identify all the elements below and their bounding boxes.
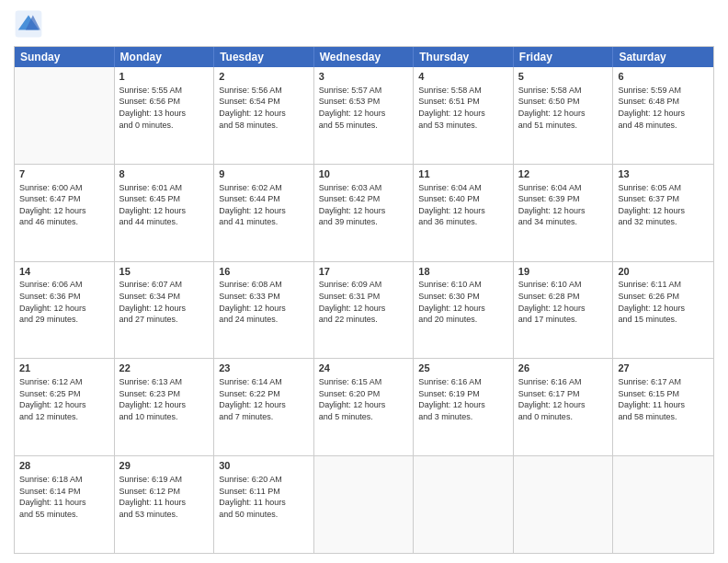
day-info: Sunrise: 6:11 AM Sunset: 6:26 PM Dayligh…	[618, 279, 709, 325]
day-info: Sunrise: 6:08 AM Sunset: 6:33 PM Dayligh…	[219, 279, 309, 325]
day-cell-29: 29Sunrise: 6:19 AM Sunset: 6:12 PM Dayli…	[115, 456, 215, 553]
day-info: Sunrise: 6:04 AM Sunset: 6:39 PM Dayligh…	[518, 182, 609, 228]
week-row-0: 1Sunrise: 5:55 AM Sunset: 6:56 PM Daylig…	[15, 67, 713, 164]
day-number: 11	[418, 167, 508, 181]
day-number: 26	[518, 362, 609, 375]
day-number: 27	[618, 362, 709, 375]
day-number: 6	[618, 70, 709, 84]
day-cell-15: 15Sunrise: 6:07 AM Sunset: 6:34 PM Dayli…	[115, 262, 215, 359]
day-info: Sunrise: 6:13 AM Sunset: 6:23 PM Dayligh…	[119, 376, 210, 422]
day-number: 23	[219, 362, 309, 375]
day-number: 1	[119, 70, 210, 84]
header-day-thursday: Thursday	[414, 47, 514, 67]
calendar-header: SundayMondayTuesdayWednesdayThursdayFrid…	[15, 47, 713, 67]
day-info: Sunrise: 6:14 AM Sunset: 6:22 PM Dayligh…	[219, 376, 309, 422]
empty-cell	[414, 456, 514, 553]
day-cell-22: 22Sunrise: 6:13 AM Sunset: 6:23 PM Dayli…	[115, 359, 215, 455]
day-cell-16: 16Sunrise: 6:08 AM Sunset: 6:33 PM Dayli…	[214, 262, 314, 359]
day-number: 22	[119, 362, 210, 375]
day-number: 19	[518, 265, 609, 279]
day-info: Sunrise: 6:10 AM Sunset: 6:30 PM Dayligh…	[418, 279, 508, 325]
day-info: Sunrise: 6:15 AM Sunset: 6:20 PM Dayligh…	[319, 376, 409, 422]
day-number: 29	[119, 459, 210, 473]
day-number: 12	[518, 167, 609, 181]
day-cell-5: 5Sunrise: 5:58 AM Sunset: 6:50 PM Daylig…	[514, 67, 614, 164]
day-info: Sunrise: 6:00 AM Sunset: 6:47 PM Dayligh…	[19, 182, 109, 228]
day-cell-23: 23Sunrise: 6:14 AM Sunset: 6:22 PM Dayli…	[214, 359, 314, 455]
day-number: 2	[219, 70, 309, 84]
day-cell-11: 11Sunrise: 6:04 AM Sunset: 6:40 PM Dayli…	[414, 165, 514, 261]
day-cell-13: 13Sunrise: 6:05 AM Sunset: 6:37 PM Dayli…	[613, 165, 713, 261]
day-cell-27: 27Sunrise: 6:17 AM Sunset: 6:15 PM Dayli…	[613, 359, 713, 455]
day-number: 30	[219, 459, 309, 473]
day-cell-7: 7Sunrise: 6:00 AM Sunset: 6:47 PM Daylig…	[15, 165, 115, 261]
week-row-1: 7Sunrise: 6:00 AM Sunset: 6:47 PM Daylig…	[15, 164, 713, 261]
day-number: 18	[418, 265, 508, 279]
day-number: 8	[119, 167, 210, 181]
day-number: 5	[518, 70, 609, 84]
day-number: 4	[418, 70, 508, 84]
day-number: 25	[418, 362, 508, 375]
day-cell-12: 12Sunrise: 6:04 AM Sunset: 6:39 PM Dayli…	[514, 165, 614, 261]
empty-cell	[15, 67, 115, 164]
day-info: Sunrise: 6:01 AM Sunset: 6:45 PM Dayligh…	[119, 182, 210, 228]
header-day-sunday: Sunday	[15, 47, 115, 67]
empty-cell	[613, 456, 713, 553]
logo	[14, 9, 47, 39]
day-info: Sunrise: 6:19 AM Sunset: 6:12 PM Dayligh…	[119, 474, 210, 520]
week-row-2: 14Sunrise: 6:06 AM Sunset: 6:36 PM Dayli…	[15, 261, 713, 359]
day-info: Sunrise: 5:59 AM Sunset: 6:48 PM Dayligh…	[618, 85, 709, 131]
day-info: Sunrise: 6:17 AM Sunset: 6:15 PM Dayligh…	[618, 376, 709, 422]
day-cell-14: 14Sunrise: 6:06 AM Sunset: 6:36 PM Dayli…	[15, 262, 115, 359]
day-number: 16	[219, 265, 309, 279]
header-day-saturday: Saturday	[613, 47, 713, 67]
day-info: Sunrise: 6:16 AM Sunset: 6:17 PM Dayligh…	[518, 376, 609, 422]
day-info: Sunrise: 5:57 AM Sunset: 6:53 PM Dayligh…	[319, 85, 409, 131]
header	[14, 9, 714, 39]
page: SundayMondayTuesdayWednesdayThursdayFrid…	[0, 0, 728, 563]
day-number: 3	[319, 70, 409, 84]
day-number: 17	[319, 265, 409, 279]
day-cell-6: 6Sunrise: 5:59 AM Sunset: 6:48 PM Daylig…	[613, 67, 713, 164]
header-day-tuesday: Tuesday	[214, 47, 314, 67]
day-cell-4: 4Sunrise: 5:58 AM Sunset: 6:51 PM Daylig…	[414, 67, 514, 164]
day-cell-8: 8Sunrise: 6:01 AM Sunset: 6:45 PM Daylig…	[115, 165, 215, 261]
day-info: Sunrise: 6:04 AM Sunset: 6:40 PM Dayligh…	[418, 182, 508, 228]
day-info: Sunrise: 5:58 AM Sunset: 6:50 PM Dayligh…	[518, 85, 609, 131]
day-info: Sunrise: 5:58 AM Sunset: 6:51 PM Dayligh…	[418, 85, 508, 131]
day-info: Sunrise: 6:02 AM Sunset: 6:44 PM Dayligh…	[219, 182, 309, 228]
day-info: Sunrise: 5:55 AM Sunset: 6:56 PM Dayligh…	[119, 85, 210, 131]
day-cell-1: 1Sunrise: 5:55 AM Sunset: 6:56 PM Daylig…	[115, 67, 215, 164]
day-number: 21	[19, 362, 109, 375]
day-cell-19: 19Sunrise: 6:10 AM Sunset: 6:28 PM Dayli…	[514, 262, 614, 359]
day-info: Sunrise: 6:09 AM Sunset: 6:31 PM Dayligh…	[319, 279, 409, 325]
day-number: 14	[19, 265, 109, 279]
empty-cell	[514, 456, 614, 553]
day-cell-17: 17Sunrise: 6:09 AM Sunset: 6:31 PM Dayli…	[314, 262, 415, 359]
day-info: Sunrise: 5:56 AM Sunset: 6:54 PM Dayligh…	[219, 85, 309, 131]
day-number: 10	[319, 167, 409, 181]
day-cell-9: 9Sunrise: 6:02 AM Sunset: 6:44 PM Daylig…	[214, 165, 314, 261]
day-cell-25: 25Sunrise: 6:16 AM Sunset: 6:19 PM Dayli…	[414, 359, 514, 455]
day-info: Sunrise: 6:12 AM Sunset: 6:25 PM Dayligh…	[19, 376, 109, 422]
day-cell-20: 20Sunrise: 6:11 AM Sunset: 6:26 PM Dayli…	[613, 262, 713, 359]
day-cell-24: 24Sunrise: 6:15 AM Sunset: 6:20 PM Dayli…	[314, 359, 415, 455]
day-cell-10: 10Sunrise: 6:03 AM Sunset: 6:42 PM Dayli…	[314, 165, 415, 261]
day-info: Sunrise: 6:16 AM Sunset: 6:19 PM Dayligh…	[418, 376, 508, 422]
header-day-monday: Monday	[115, 47, 215, 67]
day-number: 9	[219, 167, 309, 181]
week-row-4: 28Sunrise: 6:18 AM Sunset: 6:14 PM Dayli…	[15, 455, 713, 553]
day-cell-21: 21Sunrise: 6:12 AM Sunset: 6:25 PM Dayli…	[15, 359, 115, 455]
day-info: Sunrise: 6:05 AM Sunset: 6:37 PM Dayligh…	[618, 182, 709, 228]
day-cell-3: 3Sunrise: 5:57 AM Sunset: 6:53 PM Daylig…	[314, 67, 415, 164]
day-cell-30: 30Sunrise: 6:20 AM Sunset: 6:11 PM Dayli…	[214, 456, 314, 553]
header-day-wednesday: Wednesday	[314, 47, 415, 67]
week-row-3: 21Sunrise: 6:12 AM Sunset: 6:25 PM Dayli…	[15, 358, 713, 455]
day-number: 15	[119, 265, 210, 279]
calendar: SundayMondayTuesdayWednesdayThursdayFrid…	[14, 46, 714, 554]
calendar-body: 1Sunrise: 5:55 AM Sunset: 6:56 PM Daylig…	[15, 67, 713, 553]
day-number: 24	[319, 362, 409, 375]
day-number: 7	[19, 167, 109, 181]
day-number: 13	[618, 167, 709, 181]
day-info: Sunrise: 6:07 AM Sunset: 6:34 PM Dayligh…	[119, 279, 210, 325]
